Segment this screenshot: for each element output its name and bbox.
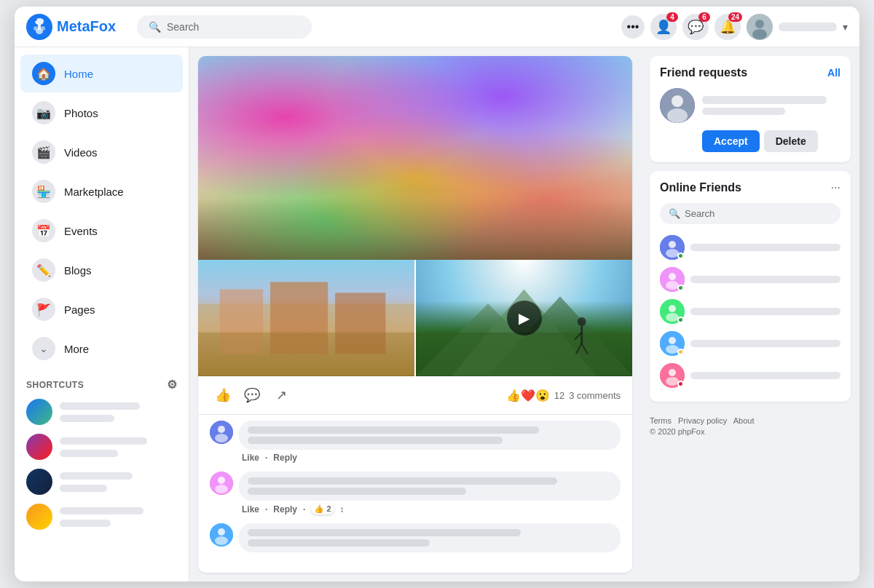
shortcut-sub-stub-3 — [60, 485, 107, 492]
accept-button[interactable]: Accept — [702, 130, 760, 152]
svg-point-25 — [218, 477, 225, 484]
sidebar-item-home[interactable]: 🏠 Home — [20, 55, 183, 92]
search-bar[interactable]: 🔍 Search — [137, 15, 312, 39]
online-avatar-4 — [660, 331, 685, 356]
more-replies-icon[interactable]: ↕ — [340, 504, 345, 514]
user-chevron[interactable]: ▾ — [843, 21, 848, 33]
footer-links: Terms Privacy policy About © 2020 phpFox — [650, 410, 851, 442]
shortcut-text-3 — [60, 472, 133, 492]
comment-like-action-1[interactable]: Like — [242, 453, 259, 463]
notifications-button[interactable]: 🔔 24 — [714, 14, 741, 40]
street-image — [198, 260, 414, 376]
friend-requests-all-link[interactable]: All — [827, 67, 840, 79]
photos-icon: 📷 — [32, 101, 55, 124]
comment-text-3a — [248, 529, 521, 536]
comment-reply-action-2[interactable]: Reply — [273, 504, 297, 514]
comment-like-action-2[interactable]: Like — [242, 504, 259, 514]
online-avatar-2 — [660, 267, 685, 292]
more-options-button[interactable]: ••• — [621, 15, 645, 39]
comment-item-3 — [210, 523, 621, 555]
online-dot-5 — [677, 381, 684, 387]
shortcut-name-stub-4 — [60, 507, 143, 514]
sidebar-label-events: Events — [64, 225, 98, 237]
online-dot-1 — [677, 253, 684, 259]
comment-text-1a — [248, 426, 539, 434]
sidebar-item-more[interactable]: ⌄ More — [20, 330, 183, 368]
sidebar-label-photos: Photos — [64, 107, 98, 119]
logo[interactable]: MetaFox — [26, 14, 128, 40]
online-avatar-1 — [660, 235, 685, 260]
sidebar-label-marketplace: Marketplace — [64, 186, 124, 198]
comment-button[interactable]: 💬 — [239, 382, 265, 408]
footer-copyright: © 2020 phpFox — [650, 427, 851, 436]
shortcut-avatar-2 — [26, 434, 52, 460]
comment-content-3 — [239, 523, 621, 555]
footer-terms-link[interactable]: Terms — [650, 416, 672, 425]
sidebar-item-photos[interactable]: 📷 Photos — [20, 94, 183, 132]
svg-point-22 — [218, 426, 225, 433]
reaction-wow: 😮 — [535, 389, 550, 402]
friend-request-item — [660, 88, 840, 123]
friend-requests-button[interactable]: 👤 4 — [650, 14, 677, 40]
svg-point-5 — [755, 20, 764, 28]
reactions-count: 👍 ❤️ 😮 12 3 comments — [506, 389, 621, 402]
sidebar-item-marketplace[interactable]: 🏪 Marketplace — [20, 172, 183, 210]
shortcut-item-1[interactable] — [15, 394, 189, 429]
shortcuts-gear-icon[interactable]: ⚙ — [167, 378, 178, 392]
online-friend-2[interactable] — [660, 263, 840, 295]
share-button[interactable]: ↗ — [268, 382, 294, 408]
shortcut-item-4[interactable] — [15, 499, 189, 534]
friend-request-actions: Accept Delete — [702, 130, 840, 152]
play-button[interactable]: ▶ — [507, 301, 542, 335]
comments-count[interactable]: 3 comments — [569, 390, 621, 401]
like-button[interactable]: 👍 — [210, 382, 236, 408]
shortcut-name-stub-1 — [60, 402, 140, 410]
comment-bubble-3 — [239, 523, 621, 552]
sidebar-label-home: Home — [64, 68, 93, 80]
shortcut-item-2[interactable] — [15, 429, 189, 464]
online-options-icon[interactable]: ··· — [831, 181, 840, 194]
main-layout: 🏠 Home 📷 Photos 🎬 Videos 🏪 Marketplace 📅… — [15, 47, 859, 581]
sidebar-item-events[interactable]: 📅 Events — [20, 212, 183, 250]
user-avatar[interactable] — [747, 14, 773, 40]
online-friend-5[interactable] — [660, 359, 840, 392]
street-svg — [198, 260, 414, 376]
comments-section: Like · Reply — [198, 415, 632, 573]
footer-about-link[interactable]: About — [733, 416, 755, 425]
online-friend-1[interactable] — [660, 231, 840, 263]
sidebar-item-videos[interactable]: 🎬 Videos — [20, 133, 183, 171]
online-name-5 — [690, 372, 840, 379]
online-friend-3[interactable] — [660, 295, 840, 327]
online-friend-4[interactable] — [660, 327, 840, 359]
online-name-2 — [690, 276, 840, 283]
footer-privacy-link[interactable]: Privacy policy — [678, 416, 727, 425]
delete-button[interactable]: Delete — [764, 130, 818, 152]
post-images: ▶ — [198, 56, 632, 376]
shortcut-item-3[interactable] — [15, 464, 189, 499]
header: MetaFox 🔍 Search ••• 👤 4 💬 6 🔔 24 — [15, 7, 859, 47]
shortcut-text-4 — [60, 507, 143, 527]
svg-point-43 — [669, 337, 676, 344]
online-search-placeholder: Search — [685, 208, 714, 219]
main-post-image — [198, 56, 632, 260]
sub-images: ▶ — [198, 260, 632, 376]
svg-point-23 — [215, 434, 228, 442]
comment-text-3b — [248, 539, 430, 547]
comment-reply-action-1[interactable]: Reply — [273, 453, 297, 463]
logo-text: MetaFox — [57, 18, 116, 35]
shortcut-sub-stub-2 — [60, 450, 118, 457]
reaction-like: 👍 — [506, 389, 521, 402]
sidebar-item-blogs[interactable]: ✏️ Blogs — [20, 251, 183, 289]
friend-requests-widget: Friend requests All — [650, 56, 851, 162]
comment-avatar-2 — [210, 472, 233, 495]
sidebar-item-pages[interactable]: 🚩 Pages — [20, 290, 183, 328]
online-search-bar[interactable]: 🔍 Search — [660, 203, 840, 224]
svg-point-3 — [41, 26, 45, 31]
reaction-heart: ❤️ — [521, 389, 535, 402]
avatar-svg-3 — [210, 523, 233, 547]
messages-button[interactable]: 💬 6 — [682, 14, 709, 40]
shortcut-avatar-4 — [26, 504, 52, 530]
comment-item-2: Like · Reply · 👍 2 ↕ — [210, 472, 621, 514]
blogs-icon: ✏️ — [32, 258, 55, 282]
message-badge: 6 — [698, 12, 710, 22]
